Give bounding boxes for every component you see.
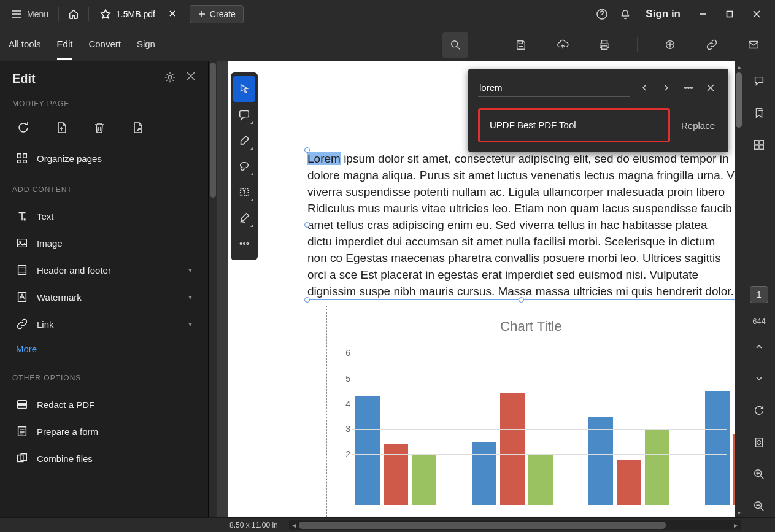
bar-group xyxy=(472,345,553,505)
lasso-icon xyxy=(238,160,250,172)
search-button[interactable] xyxy=(442,32,468,58)
redact-button[interactable]: Redact a PDF xyxy=(12,391,196,418)
sign-in-button[interactable]: Sign in xyxy=(646,8,681,20)
print-button[interactable] xyxy=(592,32,617,58)
menu-sign[interactable]: Sign xyxy=(137,30,155,60)
rotate-view-button[interactable] xyxy=(748,399,770,422)
organize-pages-button[interactable]: Organize pages xyxy=(12,145,196,172)
sidebar-scrollbar[interactable] xyxy=(209,61,217,517)
zoom-in-button[interactable] xyxy=(748,463,770,485)
page-up-button[interactable] xyxy=(748,336,770,358)
find-close-button[interactable] xyxy=(703,80,719,96)
separator xyxy=(488,37,488,52)
notifications-button[interactable] xyxy=(614,2,637,26)
speech-icon xyxy=(753,75,765,87)
document-tab[interactable]: 1.5MB.pdf xyxy=(93,4,183,24)
bar xyxy=(588,417,613,505)
app-menu-button[interactable]: Menu xyxy=(5,4,55,24)
chart-container[interactable]: Chart Title 23456 xyxy=(326,306,736,517)
home-button[interactable] xyxy=(63,3,85,25)
scroll-down-button[interactable]: ▾ xyxy=(735,507,743,517)
add-image-label: Image xyxy=(37,238,63,249)
find-next-button[interactable] xyxy=(658,80,674,96)
pdf-page[interactable]: Replace Lorem ipsum dolor sit amet, cons… xyxy=(228,61,736,517)
bookmarks-panel-button[interactable] xyxy=(748,102,770,124)
y-tick-label: 4 xyxy=(345,399,350,409)
header-footer-button[interactable]: Header and footer ▾ xyxy=(12,256,196,283)
watermark-button[interactable]: Watermark ▾ xyxy=(12,283,196,310)
find-options-button[interactable] xyxy=(681,80,696,96)
close-icon xyxy=(752,10,761,18)
more-tools[interactable] xyxy=(233,231,255,256)
current-page-input[interactable]: 1 xyxy=(750,286,768,303)
more-icon xyxy=(684,83,693,93)
thumbnails-panel-button[interactable] xyxy=(748,134,770,156)
scroll-right-button[interactable]: ▸ xyxy=(731,521,741,530)
scrollbar-thumb[interactable] xyxy=(210,63,216,198)
menu-convert[interactable]: Convert xyxy=(88,30,121,60)
titlebar: Menu 1.5MB.pdf Create Sign in xyxy=(0,0,775,28)
cloud-upload-button[interactable] xyxy=(550,32,576,58)
svg-rect-7 xyxy=(18,154,21,158)
menu-all-tools[interactable]: All tools xyxy=(9,30,41,60)
star-icon xyxy=(100,9,111,20)
ai-assistant-button[interactable] xyxy=(657,32,683,58)
prepare-form-button[interactable]: Prepare a form xyxy=(12,418,196,445)
find-input[interactable] xyxy=(478,79,630,97)
page-down-button[interactable] xyxy=(748,368,770,390)
text-box-tool[interactable] xyxy=(233,179,255,205)
find-previous-button[interactable] xyxy=(636,80,652,96)
horizontal-scrollbar[interactable]: ◂ ▸ xyxy=(289,520,741,530)
text-block[interactable]: Lorem ipsum dolor sit amet, consectetur … xyxy=(307,150,736,300)
sign-tool[interactable] xyxy=(233,205,255,231)
organize-icon xyxy=(16,152,28,164)
scroll-up-button[interactable]: ▴ xyxy=(735,61,743,71)
email-button[interactable] xyxy=(741,32,766,58)
resize-handle[interactable] xyxy=(304,297,310,303)
add-link-button[interactable]: Link ▾ xyxy=(12,310,196,337)
delete-page-button[interactable] xyxy=(88,117,110,139)
zoom-out-button[interactable] xyxy=(748,495,770,517)
scroll-left-button[interactable]: ◂ xyxy=(289,521,299,530)
resize-handle[interactable] xyxy=(519,297,524,303)
save-button[interactable] xyxy=(508,32,534,58)
add-image-button[interactable]: Image xyxy=(12,229,196,256)
sidebar-close-button[interactable] xyxy=(186,71,196,86)
window-close[interactable] xyxy=(743,2,770,26)
fit-page-button[interactable] xyxy=(748,431,770,453)
replace-button[interactable]: Replace xyxy=(677,120,719,131)
main-menubar: All tools Edit Convert Sign xyxy=(0,28,775,61)
redact-icon xyxy=(16,398,28,411)
more-link[interactable]: More xyxy=(12,337,196,360)
link-button[interactable] xyxy=(699,32,725,58)
sidebar-settings-button[interactable] xyxy=(164,71,176,86)
extract-page-button[interactable] xyxy=(126,117,148,139)
chevron-left-icon xyxy=(641,84,648,91)
svg-rect-10 xyxy=(23,160,26,163)
vertical-scrollbar[interactable]: ▴ ▾ xyxy=(735,61,743,517)
help-button[interactable] xyxy=(590,2,614,26)
window-minimize[interactable] xyxy=(689,2,716,26)
combine-files-button[interactable]: Combine files xyxy=(12,445,196,472)
comments-panel-button[interactable] xyxy=(748,70,770,92)
draw-tool[interactable] xyxy=(233,153,255,179)
select-tool[interactable] xyxy=(233,76,255,102)
comment-tool[interactable] xyxy=(233,102,255,128)
cloud-upload-icon xyxy=(557,39,569,51)
resize-handle[interactable] xyxy=(304,222,310,228)
bar xyxy=(617,460,641,505)
highlight-tool[interactable] xyxy=(233,128,255,153)
create-button[interactable]: Create xyxy=(190,5,244,23)
resize-handle[interactable] xyxy=(304,147,310,153)
mail-icon xyxy=(747,39,760,51)
scrollbar-thumb[interactable] xyxy=(299,522,666,529)
menu-edit[interactable]: Edit xyxy=(57,30,73,60)
tab-close-button[interactable] xyxy=(169,9,176,19)
replace-input[interactable] xyxy=(488,117,660,133)
rotate-button[interactable] xyxy=(12,117,34,139)
svg-rect-32 xyxy=(760,145,763,149)
window-maximize[interactable] xyxy=(716,2,743,26)
scrollbar-thumb[interactable] xyxy=(736,72,742,128)
add-text-button[interactable]: Text xyxy=(12,202,196,229)
insert-page-button[interactable] xyxy=(50,117,72,139)
